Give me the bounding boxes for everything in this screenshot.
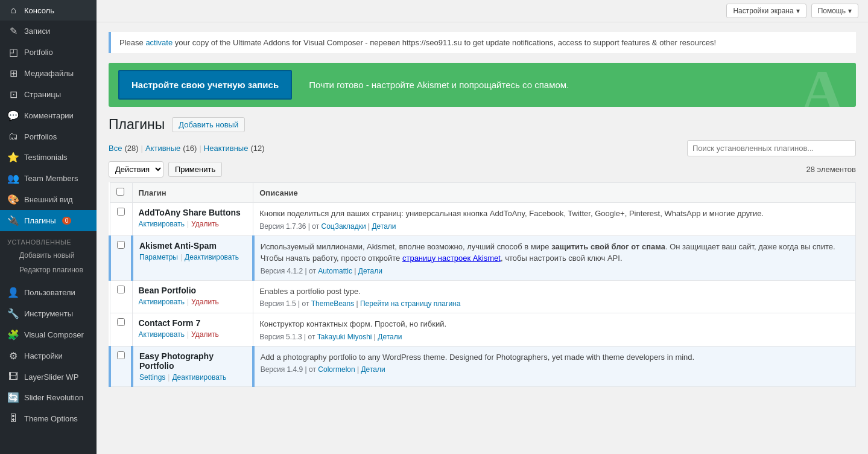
sidebar-sub-editor[interactable]: Редактор плагинов (0, 263, 97, 277)
akismet-settings-link[interactable]: страницу настроек Akismet (402, 254, 501, 263)
sidebar-item-plugins[interactable]: 🔌 Плагины 0 (0, 210, 97, 231)
help-button[interactable]: Помощь ▾ (811, 4, 858, 18)
row-checkbox[interactable] (117, 241, 125, 249)
sidebar-item-posts[interactable]: ✎ Записи (0, 21, 97, 42)
sidebar-item-appearance[interactable]: 🎨 Внешний вид (0, 189, 97, 210)
items-count: 28 элементов (806, 165, 856, 174)
pages-icon: ⊡ (7, 89, 19, 100)
row-checkbox[interactable] (117, 208, 125, 216)
plugin-actions: Активировать | Удалить (139, 298, 247, 306)
actions-left: Действия Применить (109, 161, 222, 177)
sidebar-item-label: Portfolios (24, 132, 57, 141)
sidebar-item-testimonials[interactable]: ⭐ Testimonials (0, 147, 97, 168)
sidebar-item-pages[interactable]: ⊡ Страницы (0, 84, 97, 105)
sidebar-item-settings[interactable]: ⚙ Настройки (0, 345, 97, 366)
author-link[interactable]: Colormelon (318, 365, 355, 374)
settings-link[interactable]: Параметры (139, 253, 178, 261)
details-link[interactable]: Детали (378, 333, 402, 341)
row-check-cell (110, 346, 132, 386)
plugin-actions: Активировать | Удалить (139, 330, 247, 339)
author-link[interactable]: СоцЗакладки (321, 222, 366, 231)
notice-text-prefix: Please (119, 38, 145, 47)
plugin-meta: Версия 1.7.36 | от СоцЗакладки | Детали (259, 222, 849, 231)
sidebar: ⌂ Консоль ✎ Записи ◰ Portfolio ⊞ Медиафа… (0, 0, 97, 454)
apply-button[interactable]: Применить (168, 162, 222, 177)
activate-link[interactable]: Активировать (139, 330, 185, 339)
sidebar-item-console[interactable]: ⌂ Консоль (0, 0, 97, 21)
details-link[interactable]: Перейти на страницу плагина (360, 299, 460, 308)
plugin-actions: Settings | Деактивировать (139, 373, 246, 382)
row-check-cell (110, 280, 132, 313)
details-link[interactable]: Детали (358, 267, 382, 275)
row-check-cell (110, 235, 132, 280)
console-icon: ⌂ (7, 5, 19, 16)
plugin-col-header: Плагин (132, 183, 253, 203)
sidebar-item-theme-options[interactable]: 🎛 Theme Options (0, 408, 97, 429)
filter-active[interactable]: Активные (145, 144, 180, 153)
deactivate-link[interactable]: Деактивировать (172, 373, 226, 382)
deactivate-link[interactable]: Деактивировать (185, 253, 239, 261)
akismet-banner: Настройте свою учетную запись Почти гото… (109, 63, 856, 107)
details-link[interactable]: Детали (372, 222, 396, 231)
add-new-button[interactable]: Добавить новый (172, 117, 245, 132)
search-plugins-input[interactable] (687, 140, 856, 156)
bulk-actions-select[interactable]: Действия (109, 161, 163, 177)
plugin-description: Add a photography portfolio to any WordP… (261, 351, 849, 363)
filter-inactive[interactable]: Неактивные (204, 144, 249, 153)
author-link[interactable]: ThemeBeans (311, 299, 354, 308)
activate-link[interactable]: Активировать (139, 220, 185, 228)
sidebar-item-portfolios[interactable]: 🗂 Portfolios (0, 126, 97, 147)
activate-link[interactable]: Активировать (139, 298, 185, 306)
sidebar-item-label: Testimonials (24, 153, 68, 162)
table-row: Bean Portfolio Активировать | Удалить En… (110, 280, 856, 313)
row-checkbox[interactable] (117, 318, 125, 326)
row-checkbox[interactable] (117, 351, 125, 359)
sidebar-item-comments[interactable]: 💬 Комментарии (0, 105, 97, 126)
plugin-actions: Активировать | Удалить (139, 220, 247, 228)
delete-link[interactable]: Удалить (191, 220, 219, 228)
filter-active-count: (16) (183, 144, 197, 153)
akismet-setup-button[interactable]: Настройте свою учетную запись (118, 70, 292, 100)
main-area: Настройки экрана ▾ Помощь ▾ Please activ… (97, 0, 868, 454)
row-checkbox[interactable] (117, 286, 125, 293)
sidebar-item-label: Team Members (24, 174, 78, 183)
sidebar-item-label: Внешний вид (24, 195, 73, 204)
sidebar-item-tools[interactable]: 🔧 Инструменты (0, 303, 97, 324)
settings-link[interactable]: Settings (139, 373, 165, 382)
filter-all[interactable]: Все (109, 144, 122, 153)
sidebar-item-slider-revolution[interactable]: 🔄 Slider Revolution (0, 387, 97, 408)
details-link[interactable]: Детали (361, 365, 385, 374)
chevron-down-icon: ▾ (848, 7, 852, 15)
activate-link[interactable]: activate (145, 38, 173, 47)
sidebar-item-layerslider[interactable]: 🎞 LayerSlider WP (0, 366, 97, 387)
delete-link[interactable]: Удалить (191, 330, 219, 339)
notice-text-rest: your copy of the Ultimate Addons for Vis… (175, 38, 716, 47)
filter-bar: Все (28) | Активные (16) | Неактивные (1… (109, 140, 856, 156)
screen-options-button[interactable]: Настройки экрана ▾ (726, 4, 806, 18)
sidebar-section-installed: Установленные (0, 231, 97, 248)
search-plugins[interactable] (687, 140, 856, 156)
sidebar-item-label: Пользователи (24, 288, 75, 297)
author-link[interactable]: Takayuki Miyoshi (317, 333, 372, 341)
team-icon: 👥 (7, 173, 19, 184)
sidebar-item-media[interactable]: ⊞ Медиафайлы (0, 63, 97, 84)
sidebar-item-visual-composer[interactable]: 🧩 Visual Composer (0, 324, 97, 345)
settings-icon: ⚙ (7, 350, 19, 362)
plugin-name: Bean Portfolio (139, 286, 247, 295)
plugin-name: Easy Photography Portfolio (139, 351, 246, 371)
plugins-icon: 🔌 (7, 215, 19, 226)
delete-link[interactable]: Удалить (191, 298, 219, 306)
appearance-icon: 🎨 (7, 194, 19, 205)
portfolios-icon: 🗂 (7, 131, 19, 142)
sidebar-item-team[interactable]: 👥 Team Members (0, 168, 97, 189)
sidebar-item-portfolio[interactable]: ◰ Portfolio (0, 42, 97, 63)
sidebar-item-users[interactable]: 👤 Пользователи (0, 282, 97, 303)
author-link[interactable]: Automattic (318, 267, 352, 275)
sidebar-item-label: LayerSlider WP (24, 372, 78, 382)
filter-links: Все (28) | Активные (16) | Неактивные (1… (109, 144, 265, 153)
sidebar-sub-add-new[interactable]: Добавить новый (0, 248, 97, 263)
check-all-checkbox[interactable] (116, 188, 124, 196)
plugin-meta: Версия 4.1.2 | от Automattic | Детали (261, 267, 849, 275)
layerslider-icon: 🎞 (7, 371, 19, 382)
comments-icon: 💬 (7, 110, 19, 121)
